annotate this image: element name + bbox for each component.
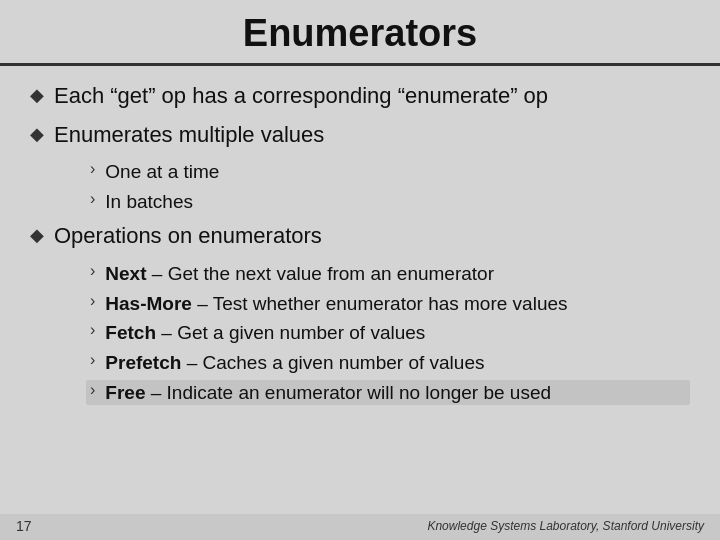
arrow-icon-3-3: › [90,321,95,339]
sub-bullet-2-2-text: In batches [105,189,193,215]
arrow-icon-3-5: › [90,381,95,399]
main-bullet-2: ◆ Enumerates multiple values [30,121,690,150]
sub-bullet-3-4-text: Prefetch – Caches a given number of valu… [105,350,484,376]
main-bullet-1: ◆ Each “get” op has a corresponding “enu… [30,82,690,111]
diamond-icon-2: ◆ [30,123,44,145]
slide-title: Enumerators [243,12,477,54]
sub-bullet-3-3-text: Fetch – Get a given number of values [105,320,425,346]
content-area: ◆ Each “get” op has a corresponding “enu… [0,76,720,419]
sub-bullet-3-1: › Next – Get the next value from an enum… [90,261,690,287]
arrow-icon-3-4: › [90,351,95,369]
bullet1-text: Each “get” op has a corresponding “enume… [54,82,548,111]
bullet2-subitems: › One at a time › In batches [90,159,690,214]
arrow-icon-3-1: › [90,262,95,280]
sub-bullet-3-5-text: Free – Indicate an enumerator will no lo… [105,380,551,406]
bullet3-text: Operations on enumerators [54,222,322,251]
sub-bullet-3-1-text: Next – Get the next value from an enumer… [105,261,494,287]
diamond-icon-3: ◆ [30,224,44,246]
arrow-icon-3-2: › [90,292,95,310]
slide: Enumerators ◆ Each “get” op has a corres… [0,0,720,540]
bullet3-subitems: › Next – Get the next value from an enum… [90,261,690,405]
sub-bullet-3-2: › Has-More – Test whether enumerator has… [90,291,690,317]
sub-bullet-3-5: › Free – Indicate an enumerator will no … [86,380,690,406]
arrow-icon-2-1: › [90,160,95,178]
arrow-icon-2-2: › [90,190,95,208]
sub-bullet-2-1-text: One at a time [105,159,219,185]
page-number: 17 [16,518,32,534]
main-bullet-3: ◆ Operations on enumerators [30,222,690,251]
sub-bullet-2-2: › In batches [90,189,690,215]
footer-credit: Knowledge Systems Laboratory, Stanford U… [427,519,704,533]
sub-bullet-3-3: › Fetch – Get a given number of values [90,320,690,346]
diamond-icon-1: ◆ [30,84,44,106]
footer: 17 Knowledge Systems Laboratory, Stanfor… [0,514,720,540]
title-bar: Enumerators [0,0,720,66]
sub-bullet-2-1: › One at a time [90,159,690,185]
bullet2-text: Enumerates multiple values [54,121,324,150]
sub-bullet-3-4: › Prefetch – Caches a given number of va… [90,350,690,376]
sub-bullet-3-2-text: Has-More – Test whether enumerator has m… [105,291,567,317]
